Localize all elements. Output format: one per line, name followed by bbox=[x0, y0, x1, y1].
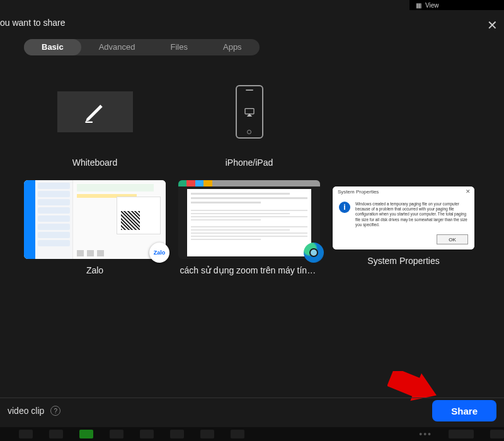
sysprops-body-text: Windows created a temporary paging file … bbox=[355, 202, 468, 227]
taskbar-item bbox=[490, 430, 504, 438]
taskbar-item bbox=[200, 430, 214, 438]
taskbar-item bbox=[49, 430, 63, 438]
sysprops-label: System Properties bbox=[367, 256, 439, 266]
taskbar-item bbox=[170, 430, 184, 438]
taskbar-item bbox=[140, 430, 154, 438]
share-option-edge-window[interactable]: cách sử dụng zoom trên máy tính... bbox=[178, 180, 320, 275]
footer-left-text: video clip bbox=[8, 406, 44, 416]
svg-rect-0 bbox=[245, 108, 254, 113]
iphone-label: iPhone/iPad bbox=[226, 158, 273, 168]
taskbar-overflow-icon: ••• bbox=[419, 429, 432, 439]
zalo-window-thumbnail bbox=[24, 180, 166, 259]
edge-window-thumbnail bbox=[178, 180, 320, 259]
sysprops-close-icon: ✕ bbox=[466, 188, 471, 195]
view-label: View bbox=[425, 2, 439, 9]
tab-advanced[interactable]: Advanced bbox=[81, 39, 153, 55]
taskbar-item bbox=[19, 430, 33, 438]
share-source-grid: Whiteboard iPhone/iPad bbox=[24, 72, 493, 275]
whiteboard-label: Whiteboard bbox=[72, 158, 118, 168]
sysprops-dialog-title: System Properties bbox=[338, 189, 379, 195]
taskbar-item bbox=[110, 430, 123, 438]
iphone-thumbnail bbox=[178, 72, 320, 151]
tab-files[interactable]: Files bbox=[153, 39, 205, 55]
close-icon[interactable]: ✕ bbox=[487, 19, 498, 32]
share-category-tabs: Basic Advanced Files Apps bbox=[24, 39, 260, 55]
zalo-label: Zalo bbox=[86, 265, 103, 275]
edge-label: cách sử dụng zoom trên máy tính... bbox=[180, 265, 319, 275]
info-icon: i bbox=[339, 202, 350, 213]
share-option-iphone-ipad[interactable]: iPhone/iPad bbox=[178, 72, 320, 168]
edge-app-icon bbox=[304, 243, 324, 263]
system-properties-thumbnail: System Properties ✕ i Windows created a … bbox=[333, 186, 474, 249]
help-icon[interactable]: ? bbox=[50, 406, 60, 416]
grid-view-icon: ▦ bbox=[416, 2, 421, 9]
dialog-title: ou want to share bbox=[0, 18, 66, 28]
taskbar-item bbox=[449, 430, 474, 438]
tab-apps[interactable]: Apps bbox=[205, 39, 260, 55]
taskbar-item bbox=[79, 430, 93, 438]
airplay-icon bbox=[244, 108, 255, 117]
share-option-system-properties[interactable]: System Properties ✕ i Windows created a … bbox=[333, 180, 474, 275]
taskbar-item bbox=[231, 430, 244, 438]
dialog-footer: video clip ? Share bbox=[0, 398, 504, 423]
sysprops-ok-button: OK bbox=[437, 234, 468, 244]
share-option-zalo[interactable]: Zalo Zalo bbox=[24, 180, 166, 275]
floating-toolbar-fragment: ▦ View bbox=[410, 0, 504, 10]
share-button[interactable]: Share bbox=[432, 400, 496, 421]
whiteboard-thumbnail bbox=[24, 72, 166, 151]
zalo-app-icon: Zalo bbox=[149, 243, 169, 263]
phone-outline-icon bbox=[236, 85, 263, 139]
share-option-whiteboard[interactable]: Whiteboard bbox=[24, 72, 166, 168]
os-taskbar-fragment: ••• bbox=[0, 427, 504, 441]
tab-basic[interactable]: Basic bbox=[24, 39, 81, 55]
pen-icon bbox=[83, 100, 108, 125]
